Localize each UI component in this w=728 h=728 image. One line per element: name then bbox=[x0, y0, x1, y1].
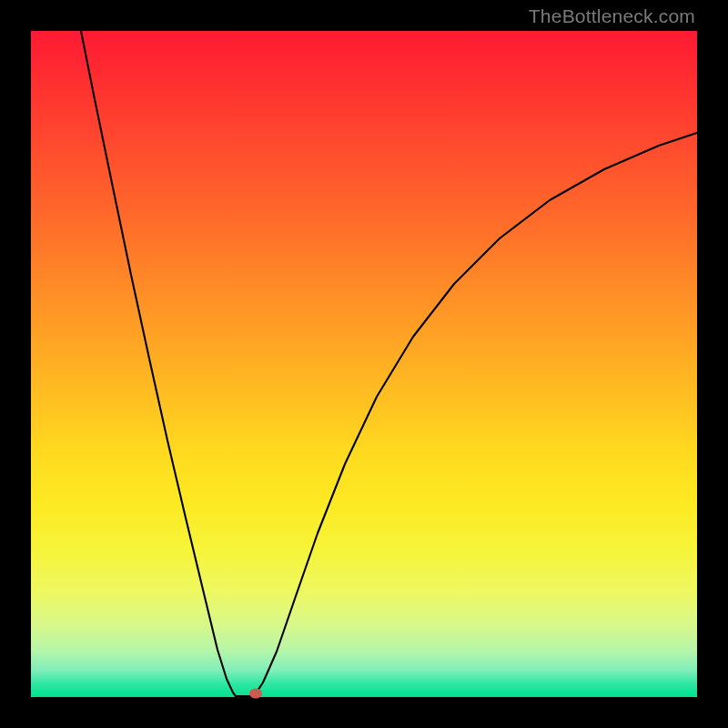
bottleneck-curve bbox=[31, 31, 697, 697]
watermark-text: TheBottleneck.com bbox=[529, 5, 695, 27]
chart-frame: TheBottleneck.com bbox=[0, 0, 728, 728]
plot-area bbox=[31, 31, 697, 697]
curve-path bbox=[81, 31, 697, 696]
minimum-marker bbox=[249, 689, 262, 699]
